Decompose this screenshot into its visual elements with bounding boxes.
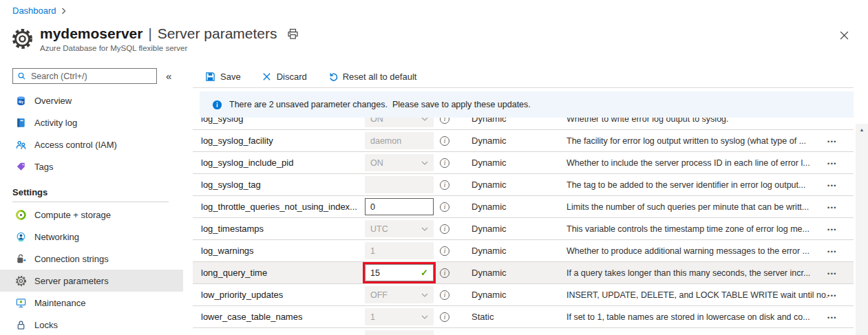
sidebar-item-access-control-iam[interactable]: Access control (IAM) [0,133,183,155]
ellipsis-menu-button[interactable]: ••• [827,182,837,189]
breadcrumb-dashboard-link[interactable]: Dashboard [12,6,56,16]
ellipsis-menu-button[interactable]: ••• [827,248,837,255]
info-icon[interactable]: i [440,290,449,300]
settings-divider [12,202,169,202]
param-type: Dynamic [472,268,567,278]
info-icon[interactable]: i [440,180,449,190]
info-icon[interactable]: i [440,158,449,168]
param-value-select[interactable]: ON [365,118,434,127]
svg-text:My: My [19,100,23,104]
param-description: If a query takes longer than this many s… [567,268,827,278]
ellipsis-menu-button[interactable]: ••• [827,314,837,321]
sidebar-item-label: Locks [34,320,58,330]
param-value-select[interactable]: ON [365,154,434,171]
sidebar-item-label: Networking [34,232,79,242]
info-icon[interactable]: i [440,224,449,234]
sidebar-item-server-parameters[interactable]: Server parameters [0,270,183,292]
sidebar-item-networking[interactable]: Networking [0,226,183,248]
page-title-resource: mydemoserver [40,25,142,42]
param-description: The facility for error log output writte… [567,136,827,146]
param-value-input[interactable]: daemon [365,132,434,149]
info-icon[interactable]: i [440,312,449,322]
param-value: ON [370,158,383,168]
param-value: 1 [370,246,375,256]
param-value-input[interactable]: 15✓ [365,264,434,281]
sidebar-item-overview[interactable]: MyOverview [0,89,183,111]
ellipsis-menu-button[interactable]: ••• [827,138,837,145]
info-icon[interactable]: i [440,246,449,256]
ellipsis-menu-button[interactable]: ••• [827,270,837,277]
sidebar-item-connection-strings[interactable]: Connection strings [0,248,183,270]
scroll-up-button[interactable]: ▲ [856,124,868,136]
resource-type-subtitle: Azure Database for MySQL flexible server [40,44,299,52]
sidebar-item-tags[interactable]: Tags [0,155,183,177]
vertical-scrollbar[interactable]: ▲ [856,124,868,335]
param-type: Static [472,312,567,322]
reset-all-button[interactable]: Reset all to default [328,72,417,82]
table-row: log_syslog_tagiDynamicThe tag to be adde… [193,174,854,196]
discard-x-icon [262,72,272,82]
ellipsis-menu-button[interactable]: ••• [827,226,837,233]
table-row: long_query_time15✓iDynamicIf a query tak… [193,262,854,284]
param-type: Dynamic [472,224,567,234]
param-value-input[interactable]: 1 [365,242,434,259]
param-value: UTC [370,224,388,234]
info-banner: There are 2 unsaved parameter changes. P… [200,91,854,118]
connection-strings-icon [15,253,27,265]
param-value-select[interactable]: UTC [365,220,434,237]
param-value-select[interactable]: 1 [365,308,434,325]
info-icon[interactable]: i [440,118,449,124]
chevron-down-icon [421,118,428,121]
info-icon[interactable]: i [440,136,449,146]
sidebar-item-label: Connection strings [34,254,109,264]
param-name: log_timestamps [193,224,365,234]
networking-icon [15,231,27,243]
param-value-input[interactable] [365,176,434,193]
access-control-icon [15,139,27,151]
sidebar-item-label: Access control (IAM) [34,140,117,150]
save-label: Save [220,72,241,82]
table-row: log_syslogONiDynamicWhether to write err… [193,118,854,130]
save-button[interactable]: Save [205,72,241,82]
param-value: 0 [370,202,375,212]
search-input[interactable] [30,71,152,82]
param-value-input[interactable] [365,330,434,335]
sidebar-item-maintenance[interactable]: Maintenance [0,292,183,314]
sidebar-settings-nav: Compute + storageNetworkingConnection st… [0,204,183,335]
param-name: log_syslog_include_pid [193,158,365,168]
param-type: Dynamic [472,290,567,300]
table-row: log_syslog_facilitydaemoniDynamicThe fac… [193,130,854,152]
param-description: Whether to produce additional warning me… [567,246,827,256]
param-name: lower_case_table_names [193,312,365,322]
close-icon[interactable] [839,30,849,41]
mysql-database-icon: My [15,95,27,107]
sidebar-item-compute-storage[interactable]: Compute + storage [0,204,183,226]
param-type: Dynamic [472,246,567,256]
param-value-select[interactable]: OFF [365,286,434,303]
ellipsis-menu-button[interactable]: ••• [827,292,837,299]
sidebar-collapse-button[interactable]: « [166,70,171,82]
sidebar-item-label: Compute + storage [34,210,111,220]
param-name: long_query_time [193,268,365,278]
param-value-input[interactable]: 0 [365,198,434,215]
print-icon[interactable] [287,28,299,40]
param-description: If set to 1, table names are stored in l… [567,312,827,322]
sidebar-item-label: Tags [34,162,53,172]
info-icon[interactable]: i [440,202,449,212]
sidebar-search [12,68,157,84]
param-type: Dynamic [472,158,567,168]
discard-button[interactable]: Discard [262,72,307,82]
sidebar-item-activity-log[interactable]: Activity log [0,111,183,133]
ellipsis-menu-button[interactable]: ••• [827,160,837,167]
param-type: Dynamic [472,118,567,124]
compute-storage-icon [15,209,27,221]
sidebar-item-locks[interactable]: Locks [0,314,183,335]
table-row: log_timestampsUTCiDynamicThis variable c… [193,218,854,240]
param-name: log_syslog_tag [193,180,365,190]
sidebar-nav: MyOverviewActivity logAccess control (IA… [0,89,183,177]
command-bar: Save Discard Reset all to default [205,66,416,87]
search-icon [17,72,26,80]
param-description: Whether to write error log output to sys… [567,118,827,124]
ellipsis-menu-button[interactable]: ••• [827,204,837,211]
info-icon[interactable]: i [440,268,449,278]
